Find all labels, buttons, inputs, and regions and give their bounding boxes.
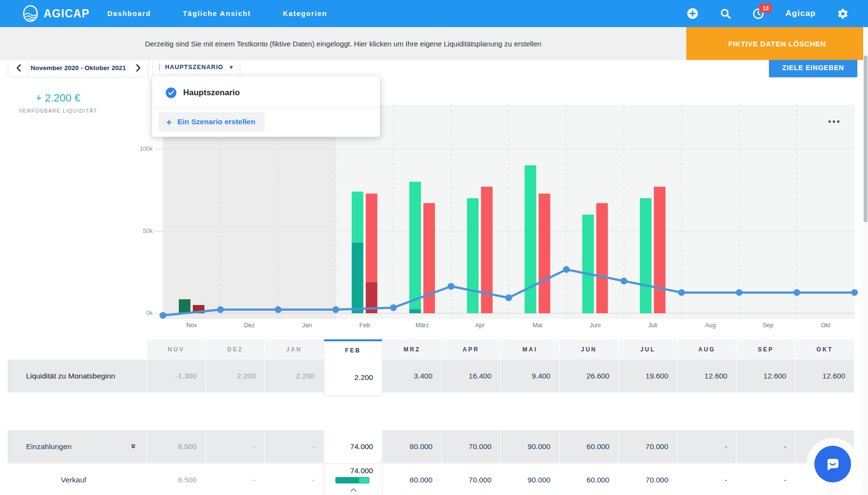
liquidity-cell[interactable]: 2.200 (265, 360, 323, 393)
cell-value: 74.000 (350, 466, 373, 475)
liquidity-cell[interactable]: 3.400 (383, 360, 441, 393)
column-header-nov[interactable]: NOV (147, 339, 205, 360)
liquidity-cell[interactable]: 16.400 (442, 360, 500, 393)
next-period-button[interactable] (128, 58, 148, 77)
gear-icon[interactable] (837, 8, 849, 19)
x-axis-month-label: Aug (681, 322, 739, 329)
y-axis-tick-label: 100k (124, 146, 153, 152)
flows-cell[interactable]: 60.000 (560, 430, 618, 463)
page-scrollbar[interactable] (863, 27, 868, 495)
column-header-apr[interactable]: APR (442, 339, 500, 360)
column-header-aug[interactable]: AUG (678, 339, 736, 360)
flows-cell[interactable]: 90.000 (501, 463, 559, 495)
x-axis-month-label: Apr (451, 322, 508, 329)
row-label-einzahlungen[interactable]: Einzahlungen» (8, 430, 146, 463)
flows-cell[interactable]: - (678, 430, 736, 463)
column-header-jun[interactable]: JUN (560, 339, 618, 360)
chat-bubble-icon (824, 455, 841, 473)
x-axis-month-label: Okt (797, 322, 854, 329)
flows-cell[interactable]: 80.000 (383, 463, 441, 495)
cashflow-chart[interactable] (163, 105, 854, 319)
banner-message[interactable]: Derzeitig sind Sie mit einem Testkonto (… (0, 27, 686, 60)
agicap-logo[interactable]: AGICAP (21, 4, 89, 23)
divider (152, 107, 380, 108)
x-axis-month-label: Nov (163, 322, 220, 329)
x-axis-month-label: Jan (278, 322, 336, 329)
row-label-verkauf[interactable]: Verkauf (8, 463, 146, 495)
flows-cell[interactable]: - (737, 430, 795, 463)
liquidity-cell[interactable]: -1.300 (147, 360, 205, 393)
column-header-mai[interactable]: MAI (501, 339, 559, 360)
flows-cell[interactable]: - (678, 463, 736, 495)
scenario-option-hauptszenario[interactable]: Hauptszenario (152, 82, 380, 103)
chat-launcher-button[interactable] (814, 446, 851, 482)
chart-options-button[interactable] (823, 116, 844, 127)
double-chevron-down-icon[interactable]: » (129, 443, 139, 449)
chevron-up-icon[interactable] (350, 485, 357, 494)
liquidity-cell[interactable]: 2.200 (324, 360, 382, 395)
x-axis-month-label: Feb (336, 322, 393, 329)
liquidity-label: VERFÜGBARE LIQUIDITÄT (10, 108, 106, 114)
nav-link-t-gliche-ansicht[interactable]: Tägliche Ansicht (183, 10, 251, 17)
flows-cell[interactable]: 80.000 (383, 430, 441, 463)
nav-link-dashboard[interactable]: Dashboard (107, 10, 151, 17)
flows-cell[interactable]: 74.000 (324, 430, 382, 463)
column-header-dez[interactable]: DEZ (206, 339, 264, 360)
add-icon[interactable] (687, 8, 698, 19)
flows-cell[interactable]: 90.000 (501, 430, 559, 463)
flows-cell[interactable]: - (206, 463, 264, 495)
nav-link-kategorien[interactable]: Kategorien (283, 10, 327, 17)
x-axis-month-label: Dez (220, 322, 278, 329)
y-axis-tick-mark (155, 231, 163, 232)
brand-name: AGICAP (43, 7, 89, 20)
x-axis-month-label: Juni (566, 322, 624, 329)
x-axis-month-label: März (393, 322, 451, 329)
flows-cell[interactable]: 8.500 (147, 430, 205, 463)
scrollbar-thumb[interactable] (864, 56, 868, 222)
liquidity-cell[interactable]: 9.400 (501, 360, 559, 393)
check-circle-icon (166, 87, 176, 98)
column-header-jan[interactable]: JAN (265, 339, 323, 360)
liquidity-cell[interactable]: 26.600 (560, 360, 618, 393)
flows-cell[interactable]: 8.500 (147, 463, 205, 495)
create-scenario-button[interactable]: + Ein Szenario erstellen (159, 112, 265, 131)
previous-period-button[interactable] (8, 58, 29, 77)
y-axis-tick-label: 50k (124, 228, 153, 234)
liquidity-cell[interactable]: 12.600 (737, 360, 795, 393)
flows-cell[interactable]: 70.000 (619, 430, 677, 463)
flows-cell[interactable]: 70.000 (619, 463, 677, 495)
liquidity-cell[interactable]: 12.600 (678, 360, 736, 393)
column-header-sep[interactable]: SEP (737, 339, 795, 360)
account-menu[interactable]: Agicap (785, 9, 816, 18)
search-icon[interactable] (720, 8, 731, 19)
column-header-feb[interactable]: FEB (324, 339, 382, 360)
test-account-banner: Derzeitig sind Sie mit einem Testkonto (… (0, 27, 868, 60)
column-header-jul[interactable]: JUL (619, 339, 677, 360)
navbar-actions: 13 Agicap (687, 0, 849, 27)
flows-cell[interactable]: 70.000 (442, 463, 500, 495)
available-liquidity-summary: + 2.200 € VERFÜGBARE LIQUIDITÄT (10, 92, 106, 114)
flows-cell[interactable]: - (737, 463, 795, 495)
more-dots-icon (828, 120, 831, 123)
flows-cell[interactable]: - (206, 430, 264, 463)
enter-goals-button[interactable]: ZIELE EINGEBEN (769, 58, 857, 77)
y-axis-tick-label: 0k (124, 310, 153, 317)
flows-cell[interactable]: - (265, 463, 323, 495)
flows-cell[interactable]: 74.000 (324, 463, 382, 495)
column-header-okt[interactable]: OKT (796, 339, 854, 360)
liquidity-cell[interactable]: 19.600 (619, 360, 677, 393)
liquidity-row-label[interactable]: Liquidität zu Monatsbeginn (8, 360, 146, 393)
top-navbar: AGICAP DashboardTägliche AnsichtKategori… (0, 0, 868, 27)
liquidity-cell[interactable]: 2.200 (206, 360, 264, 393)
flows-cell[interactable]: 70.000 (442, 430, 500, 463)
more-dots-icon (833, 120, 835, 123)
x-axis-month-label: Mai (509, 322, 566, 329)
flows-cell[interactable]: - (265, 430, 323, 463)
more-dots-icon (837, 120, 839, 123)
history-clock-icon[interactable]: 13 (752, 8, 764, 19)
liquidity-cell[interactable]: 12.600 (796, 360, 854, 393)
column-header-mrz[interactable]: MRZ (383, 339, 441, 360)
flows-cell[interactable]: 60.000 (560, 463, 618, 495)
scenario-selector-button[interactable]: HAUPTSZENARIO ▼ (152, 58, 240, 77)
delete-fake-data-button[interactable]: FIKTIVE DATEN LÖSCHEN (686, 27, 868, 60)
